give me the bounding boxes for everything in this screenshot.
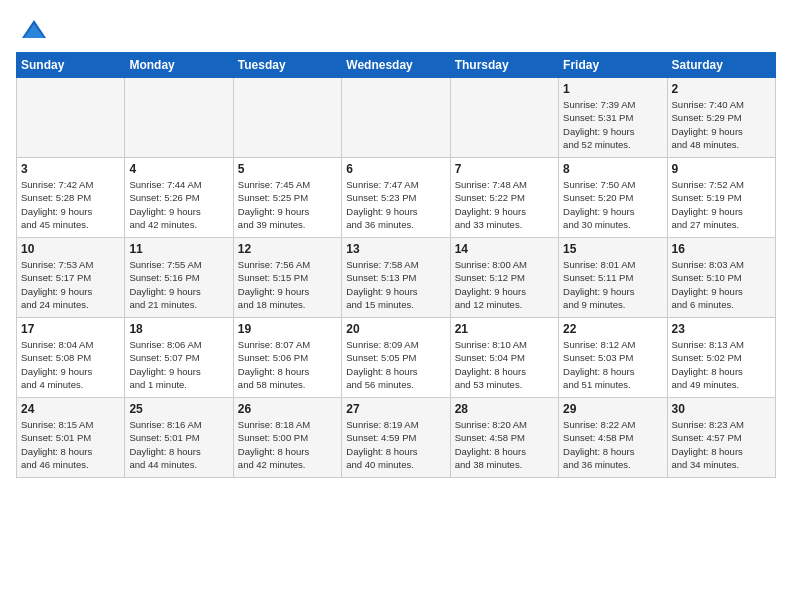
calendar-day: 14Sunrise: 8:00 AM Sunset: 5:12 PM Dayli… — [450, 238, 558, 318]
day-info: Sunrise: 7:44 AM Sunset: 5:26 PM Dayligh… — [129, 178, 228, 231]
day-info: Sunrise: 8:03 AM Sunset: 5:10 PM Dayligh… — [672, 258, 771, 311]
calendar-day: 16Sunrise: 8:03 AM Sunset: 5:10 PM Dayli… — [667, 238, 775, 318]
calendar-day: 4Sunrise: 7:44 AM Sunset: 5:26 PM Daylig… — [125, 158, 233, 238]
weekday-row: SundayMondayTuesdayWednesdayThursdayFrid… — [17, 53, 776, 78]
day-number: 16 — [672, 242, 771, 256]
calendar-week-row: 1Sunrise: 7:39 AM Sunset: 5:31 PM Daylig… — [17, 78, 776, 158]
calendar-day: 22Sunrise: 8:12 AM Sunset: 5:03 PM Dayli… — [559, 318, 667, 398]
day-number: 10 — [21, 242, 120, 256]
day-number: 5 — [238, 162, 337, 176]
calendar-day: 26Sunrise: 8:18 AM Sunset: 5:00 PM Dayli… — [233, 398, 341, 478]
calendar-day: 19Sunrise: 8:07 AM Sunset: 5:06 PM Dayli… — [233, 318, 341, 398]
day-number: 3 — [21, 162, 120, 176]
calendar-day: 30Sunrise: 8:23 AM Sunset: 4:57 PM Dayli… — [667, 398, 775, 478]
calendar-week-row: 17Sunrise: 8:04 AM Sunset: 5:08 PM Dayli… — [17, 318, 776, 398]
calendar-day: 2Sunrise: 7:40 AM Sunset: 5:29 PM Daylig… — [667, 78, 775, 158]
day-number: 12 — [238, 242, 337, 256]
day-number: 7 — [455, 162, 554, 176]
day-info: Sunrise: 8:06 AM Sunset: 5:07 PM Dayligh… — [129, 338, 228, 391]
day-info: Sunrise: 8:22 AM Sunset: 4:58 PM Dayligh… — [563, 418, 662, 471]
logo-icon — [20, 16, 48, 44]
day-number: 28 — [455, 402, 554, 416]
day-info: Sunrise: 8:23 AM Sunset: 4:57 PM Dayligh… — [672, 418, 771, 471]
weekday-header: Friday — [559, 53, 667, 78]
calendar-day: 13Sunrise: 7:58 AM Sunset: 5:13 PM Dayli… — [342, 238, 450, 318]
calendar-day: 28Sunrise: 8:20 AM Sunset: 4:58 PM Dayli… — [450, 398, 558, 478]
day-number: 30 — [672, 402, 771, 416]
day-number: 6 — [346, 162, 445, 176]
calendar-day — [125, 78, 233, 158]
calendar-day: 17Sunrise: 8:04 AM Sunset: 5:08 PM Dayli… — [17, 318, 125, 398]
calendar-day: 15Sunrise: 8:01 AM Sunset: 5:11 PM Dayli… — [559, 238, 667, 318]
day-number: 4 — [129, 162, 228, 176]
day-info: Sunrise: 8:18 AM Sunset: 5:00 PM Dayligh… — [238, 418, 337, 471]
day-info: Sunrise: 7:48 AM Sunset: 5:22 PM Dayligh… — [455, 178, 554, 231]
calendar-day: 8Sunrise: 7:50 AM Sunset: 5:20 PM Daylig… — [559, 158, 667, 238]
day-number: 29 — [563, 402, 662, 416]
day-info: Sunrise: 8:00 AM Sunset: 5:12 PM Dayligh… — [455, 258, 554, 311]
day-number: 8 — [563, 162, 662, 176]
calendar-day: 5Sunrise: 7:45 AM Sunset: 5:25 PM Daylig… — [233, 158, 341, 238]
calendar-day: 12Sunrise: 7:56 AM Sunset: 5:15 PM Dayli… — [233, 238, 341, 318]
calendar-table: SundayMondayTuesdayWednesdayThursdayFrid… — [16, 52, 776, 478]
calendar-body: 1Sunrise: 7:39 AM Sunset: 5:31 PM Daylig… — [17, 78, 776, 478]
day-number: 23 — [672, 322, 771, 336]
calendar-day: 25Sunrise: 8:16 AM Sunset: 5:01 PM Dayli… — [125, 398, 233, 478]
calendar-day — [342, 78, 450, 158]
day-info: Sunrise: 8:13 AM Sunset: 5:02 PM Dayligh… — [672, 338, 771, 391]
day-number: 22 — [563, 322, 662, 336]
day-info: Sunrise: 8:01 AM Sunset: 5:11 PM Dayligh… — [563, 258, 662, 311]
day-info: Sunrise: 8:10 AM Sunset: 5:04 PM Dayligh… — [455, 338, 554, 391]
logo — [16, 16, 48, 44]
weekday-header: Tuesday — [233, 53, 341, 78]
calendar-day: 21Sunrise: 8:10 AM Sunset: 5:04 PM Dayli… — [450, 318, 558, 398]
day-info: Sunrise: 7:39 AM Sunset: 5:31 PM Dayligh… — [563, 98, 662, 151]
weekday-header: Wednesday — [342, 53, 450, 78]
day-info: Sunrise: 8:20 AM Sunset: 4:58 PM Dayligh… — [455, 418, 554, 471]
calendar-day — [450, 78, 558, 158]
day-info: Sunrise: 7:53 AM Sunset: 5:17 PM Dayligh… — [21, 258, 120, 311]
day-number: 18 — [129, 322, 228, 336]
calendar-day: 11Sunrise: 7:55 AM Sunset: 5:16 PM Dayli… — [125, 238, 233, 318]
day-number: 26 — [238, 402, 337, 416]
day-info: Sunrise: 8:19 AM Sunset: 4:59 PM Dayligh… — [346, 418, 445, 471]
day-info: Sunrise: 8:16 AM Sunset: 5:01 PM Dayligh… — [129, 418, 228, 471]
calendar-day: 29Sunrise: 8:22 AM Sunset: 4:58 PM Dayli… — [559, 398, 667, 478]
day-info: Sunrise: 7:50 AM Sunset: 5:20 PM Dayligh… — [563, 178, 662, 231]
calendar-week-row: 3Sunrise: 7:42 AM Sunset: 5:28 PM Daylig… — [17, 158, 776, 238]
day-number: 1 — [563, 82, 662, 96]
weekday-header: Monday — [125, 53, 233, 78]
calendar-week-row: 24Sunrise: 8:15 AM Sunset: 5:01 PM Dayli… — [17, 398, 776, 478]
day-number: 13 — [346, 242, 445, 256]
calendar-day: 7Sunrise: 7:48 AM Sunset: 5:22 PM Daylig… — [450, 158, 558, 238]
day-info: Sunrise: 7:58 AM Sunset: 5:13 PM Dayligh… — [346, 258, 445, 311]
calendar-day: 9Sunrise: 7:52 AM Sunset: 5:19 PM Daylig… — [667, 158, 775, 238]
day-number: 27 — [346, 402, 445, 416]
calendar-day: 3Sunrise: 7:42 AM Sunset: 5:28 PM Daylig… — [17, 158, 125, 238]
weekday-header: Saturday — [667, 53, 775, 78]
calendar-day: 20Sunrise: 8:09 AM Sunset: 5:05 PM Dayli… — [342, 318, 450, 398]
day-info: Sunrise: 7:55 AM Sunset: 5:16 PM Dayligh… — [129, 258, 228, 311]
day-info: Sunrise: 7:52 AM Sunset: 5:19 PM Dayligh… — [672, 178, 771, 231]
calendar-day: 23Sunrise: 8:13 AM Sunset: 5:02 PM Dayli… — [667, 318, 775, 398]
day-number: 11 — [129, 242, 228, 256]
day-info: Sunrise: 8:07 AM Sunset: 5:06 PM Dayligh… — [238, 338, 337, 391]
calendar-day: 10Sunrise: 7:53 AM Sunset: 5:17 PM Dayli… — [17, 238, 125, 318]
day-info: Sunrise: 8:04 AM Sunset: 5:08 PM Dayligh… — [21, 338, 120, 391]
day-info: Sunrise: 8:15 AM Sunset: 5:01 PM Dayligh… — [21, 418, 120, 471]
calendar-day: 18Sunrise: 8:06 AM Sunset: 5:07 PM Dayli… — [125, 318, 233, 398]
day-number: 2 — [672, 82, 771, 96]
day-info: Sunrise: 7:40 AM Sunset: 5:29 PM Dayligh… — [672, 98, 771, 151]
day-number: 24 — [21, 402, 120, 416]
day-info: Sunrise: 7:42 AM Sunset: 5:28 PM Dayligh… — [21, 178, 120, 231]
day-info: Sunrise: 8:09 AM Sunset: 5:05 PM Dayligh… — [346, 338, 445, 391]
day-info: Sunrise: 7:56 AM Sunset: 5:15 PM Dayligh… — [238, 258, 337, 311]
calendar-day: 6Sunrise: 7:47 AM Sunset: 5:23 PM Daylig… — [342, 158, 450, 238]
calendar-header: SundayMondayTuesdayWednesdayThursdayFrid… — [17, 53, 776, 78]
day-number: 9 — [672, 162, 771, 176]
day-info: Sunrise: 7:45 AM Sunset: 5:25 PM Dayligh… — [238, 178, 337, 231]
day-number: 17 — [21, 322, 120, 336]
day-number: 15 — [563, 242, 662, 256]
day-info: Sunrise: 8:12 AM Sunset: 5:03 PM Dayligh… — [563, 338, 662, 391]
day-number: 21 — [455, 322, 554, 336]
